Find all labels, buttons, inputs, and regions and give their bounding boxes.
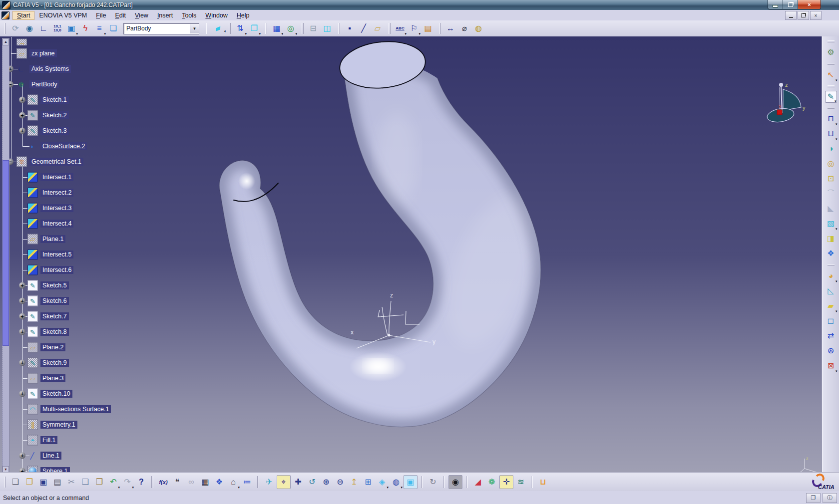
tree-item-sketch-7[interactable]: +✎Sketch.7 <box>0 308 190 324</box>
tree-item-plane-2[interactable]: ▱Plane.2 <box>0 339 190 355</box>
chamfer-icon[interactable]: ◺ <box>825 284 838 297</box>
tree-expander-plus[interactable]: + <box>19 297 25 304</box>
sketch-icon[interactable]: ✎ <box>27 357 38 368</box>
render-style-icon-dropdown[interactable]: ▾ <box>401 486 403 489</box>
pocket-icon[interactable]: ⊔▾ <box>825 127 838 140</box>
surface-pair-icon-dropdown[interactable]: ▾ <box>259 32 261 35</box>
toolbar-grip[interactable] <box>302 23 304 34</box>
link-icon[interactable]: ∞ <box>185 476 198 489</box>
fit-all-icon[interactable]: ⌖ <box>277 475 291 489</box>
axis-icon[interactable]: ∟ <box>16 64 26 73</box>
redo-icon[interactable]: ↷▾ <box>121 476 134 489</box>
close-button[interactable]: × <box>798 0 821 9</box>
menu-tools[interactable]: Tools <box>177 11 201 20</box>
eraser-icon[interactable]: ▰▾ <box>209 20 226 37</box>
circular-pattern-icon[interactable]: ⊛ <box>825 344 838 357</box>
intersect-icon[interactable] <box>27 172 38 182</box>
flag-note-icon-dropdown[interactable]: ▾ <box>419 32 420 35</box>
plane-icon[interactable]: ▱ <box>16 38 27 45</box>
rotate-icon[interactable]: ↺ <box>306 476 319 489</box>
sketch-icon[interactable]: ✎ <box>27 125 38 136</box>
surface-pair-icon[interactable]: ❐▾ <box>248 22 261 35</box>
status-window-button[interactable]: ❐ <box>806 493 821 503</box>
draft-angle-icon-dropdown[interactable]: ▾ <box>836 309 838 313</box>
update-gear-icon[interactable]: ⚙ <box>825 46 838 59</box>
restore-button[interactable] <box>783 0 798 9</box>
toolbar-grip[interactable] <box>828 85 835 87</box>
draft-analysis-icon[interactable]: ◢ <box>471 476 484 489</box>
tree-scrollbar-thumb[interactable] <box>2 160 9 346</box>
tree-expander-plus[interactable]: + <box>19 112 25 118</box>
tree-item-clipped[interactable]: ▱ <box>0 32 190 45</box>
menu-enovia-v5-vpm[interactable]: ENOVIA V5 VPM <box>34 11 91 20</box>
toolbar-grip[interactable] <box>828 264 835 266</box>
plane-icon[interactable]: ▱ <box>16 48 27 58</box>
rib-icon[interactable]: ⌒ <box>825 187 838 200</box>
split-icon[interactable]: ◑ <box>825 142 838 155</box>
sketch-icon[interactable]: ✎ <box>27 388 38 399</box>
text-leader-icon[interactable]: ABC▾ <box>394 22 407 35</box>
quad-view-icon[interactable]: ⊞ <box>362 476 375 489</box>
shell-icon[interactable]: ▧▾ <box>825 217 838 230</box>
intersect-icon[interactable] <box>27 249 38 259</box>
plane-icon[interactable]: ▱ <box>27 342 38 352</box>
pad-icon[interactable]: ⊓▾ <box>825 112 838 125</box>
snap-icon[interactable]: ◎▾ <box>284 22 297 35</box>
toolbar-grip[interactable] <box>206 23 208 34</box>
tree-item-partbody[interactable]: −⚙PartBody <box>0 76 190 92</box>
whats-this-icon[interactable]: ? <box>135 476 148 489</box>
tree-expander-plus[interactable]: + <box>19 328 25 335</box>
menu-help[interactable]: Help <box>232 11 254 20</box>
tree-expander-plus[interactable]: + <box>19 452 25 459</box>
measure-inertia-icon[interactable]: ◍ <box>472 22 485 35</box>
tree-item-intersect-6[interactable]: Intersect.6 <box>0 262 190 277</box>
draft-angle-icon[interactable]: ▰▾ <box>825 299 838 312</box>
table-icon[interactable]: ▦ <box>199 476 212 489</box>
line-geo-icon[interactable]: ╱ <box>27 451 37 460</box>
copy-icon[interactable]: ❑ <box>79 476 92 489</box>
partbody-combobox-dropdown-icon[interactable]: ▼ <box>190 24 199 33</box>
tree-item-fill-1[interactable]: ◓Fill.1 <box>0 432 190 448</box>
menu-file[interactable]: File <box>91 11 110 20</box>
tree-item-axis-systems[interactable]: +∟Axis Systems <box>0 61 190 76</box>
tree-expander-plus[interactable]: + <box>19 127 25 134</box>
tree-scroll-down-button[interactable]: ▼ <box>2 466 9 473</box>
tree-item-intersect-3[interactable]: Intersect.3 <box>0 200 190 216</box>
menu-window[interactable]: Window <box>201 11 232 20</box>
point-icon[interactable]: ▪ <box>343 22 356 35</box>
intersect-icon[interactable] <box>27 218 38 229</box>
grid-icon[interactable]: ▦▾ <box>270 22 283 35</box>
groove-icon[interactable]: ◎ <box>825 157 838 170</box>
tree-item-geometrical-set-1[interactable]: −❊Geometrical Set.1 <box>0 154 190 169</box>
status-info-button[interactable]: ⓘ <box>823 493 837 503</box>
tree-item-sketch-3[interactable]: +✎Sketch.3 <box>0 123 190 138</box>
fillet-icon[interactable]: ◕▾ <box>825 269 838 282</box>
geoset-icon[interactable]: ❊ <box>16 156 27 167</box>
tree-item-sketch-10[interactable]: +✎Sketch.10 <box>0 386 190 401</box>
sweep-section-icon[interactable]: ⊔ <box>536 476 549 489</box>
sketch-icon[interactable]: ✎ <box>27 94 38 105</box>
redo-icon-dropdown[interactable]: ▾ <box>132 486 134 489</box>
iso-view-icon-dropdown[interactable]: ▾ <box>387 486 389 489</box>
tree-expander-plus[interactable]: + <box>19 359 25 366</box>
menu-edit[interactable]: Edit <box>110 11 130 20</box>
partbody-icon[interactable]: ⚙ <box>16 79 26 89</box>
paste-icon[interactable]: ❒ <box>93 476 106 489</box>
intersect-icon[interactable] <box>27 264 38 275</box>
grid-icon-dropdown[interactable]: ▾ <box>281 32 283 35</box>
curvature-analysis-icon[interactable]: ❁ <box>485 476 498 489</box>
plane-tool-icon[interactable]: ▱ <box>371 22 384 35</box>
sketch-icon[interactable]: ✎ <box>27 326 38 337</box>
tree-item-line-1[interactable]: +╱Line.1 <box>0 448 190 463</box>
snap-icon-dropdown[interactable]: ▾ <box>295 32 297 35</box>
eraser-icon-dropdown[interactable]: ▾ <box>223 29 226 33</box>
flag-note-icon[interactable]: ⚐▾ <box>408 22 420 35</box>
mdi-restore-button[interactable] <box>798 11 809 20</box>
undo-icon[interactable]: ↶▾ <box>107 476 120 489</box>
tree-item-plane-1[interactable]: ▱Plane.1 <box>0 231 190 247</box>
intersect-icon[interactable] <box>27 203 38 213</box>
intersect-icon[interactable] <box>27 187 38 198</box>
tree-item-intersect-4[interactable]: Intersect.4 <box>0 216 190 231</box>
sketch-icon[interactable]: ✎ <box>27 110 38 120</box>
fillet-icon-dropdown[interactable]: ▾ <box>836 279 838 283</box>
